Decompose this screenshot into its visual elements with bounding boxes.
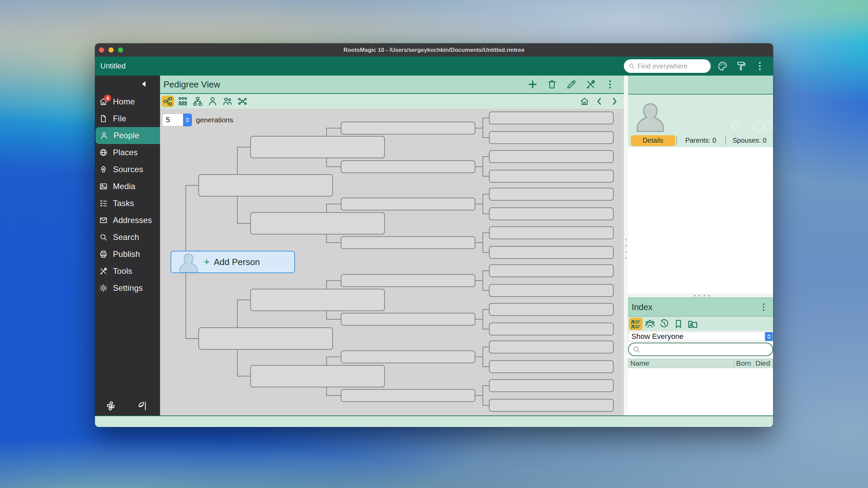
pedigree-person-box[interactable] <box>489 150 614 163</box>
pedigree-person-box[interactable] <box>489 170 614 183</box>
tools-icon[interactable] <box>585 79 596 90</box>
sidebar-items: 4HomeFilePeoplePlacesSourcesMediaTasksAd… <box>95 93 160 297</box>
pedigree-person-box[interactable] <box>489 341 614 353</box>
index-filter-value: Show Everyone <box>631 332 684 341</box>
pedigree-person-box[interactable] <box>250 289 385 311</box>
person-list-icon[interactable] <box>629 318 643 330</box>
pedigree-person-box[interactable] <box>250 212 385 235</box>
sidebar-item-tools[interactable]: Tools <box>95 263 160 280</box>
pedigree-person-box[interactable] <box>341 274 475 287</box>
add-icon[interactable] <box>527 79 538 90</box>
person-avatar <box>633 100 667 133</box>
plant-icon[interactable] <box>106 401 117 411</box>
index-filter-dropdown[interactable]: Show Everyone <box>628 332 773 341</box>
generations-stepper[interactable] <box>183 114 192 126</box>
kebab-menu-icon[interactable] <box>754 60 766 72</box>
sidebar-item-publish[interactable]: Publish <box>95 246 160 263</box>
person-view-icon[interactable] <box>206 96 219 107</box>
sidebar-item-people[interactable]: People <box>96 127 160 144</box>
collapse-sidebar-icon[interactable] <box>140 80 148 89</box>
home-icon[interactable] <box>579 96 590 107</box>
person-summary: DetailsParents: 0Spouses: 0 <box>628 95 773 147</box>
history-icon[interactable] <box>657 318 671 330</box>
exit-icon[interactable] <box>137 401 148 411</box>
pedigree-person-box[interactable] <box>198 327 333 350</box>
pedigree-person-box[interactable] <box>341 389 475 402</box>
pedigree-person-box[interactable] <box>489 399 614 412</box>
index-toolbar <box>628 317 773 331</box>
pedigree-person-box[interactable] <box>489 360 614 373</box>
pedigree-person-box[interactable] <box>489 323 614 336</box>
delete-icon[interactable] <box>547 79 557 90</box>
pedigree-person-box[interactable] <box>489 284 614 297</box>
pedigree-person-box[interactable] <box>489 111 614 124</box>
pedigree-person-box[interactable] <box>341 350 475 363</box>
sidebar-item-file[interactable]: File <box>95 110 160 127</box>
kebab-menu-icon[interactable] <box>605 79 615 90</box>
generations-value[interactable]: 5 <box>162 114 183 126</box>
sidebar-item-settings[interactable]: Settings <box>95 280 160 297</box>
sidebar-item-search[interactable]: Search <box>95 229 160 246</box>
sidebar-item-media[interactable]: Media <box>95 178 160 195</box>
sidebar-item-places[interactable]: Places <box>95 144 160 161</box>
panel-splitter[interactable] <box>624 76 628 415</box>
back-icon[interactable] <box>594 96 605 107</box>
pedigree-person-box[interactable] <box>341 313 475 326</box>
pedigree-person-box[interactable] <box>489 264 614 277</box>
global-search[interactable] <box>624 59 711 73</box>
envelope-icon <box>99 216 108 225</box>
couple-view-icon[interactable] <box>221 96 234 107</box>
pedigree-person-box[interactable] <box>250 365 385 387</box>
tab-details[interactable]: Details <box>631 135 675 146</box>
sidebar-item-addresses[interactable]: Addresses <box>95 212 160 229</box>
add-person-label: Add Person <box>214 257 260 267</box>
search-icon <box>628 62 635 70</box>
add-person-box[interactable]: +Add Person <box>171 251 295 273</box>
sidebar-item-home[interactable]: 4Home <box>95 93 160 110</box>
pedigree-person-box[interactable] <box>341 236 475 249</box>
folder-person-icon[interactable] <box>686 318 699 330</box>
sidebar-item-sources[interactable]: Sources <box>95 161 160 178</box>
pedigree-chart: 5 generations +Add Person <box>160 109 624 415</box>
pedigree-view-icon[interactable] <box>161 96 174 107</box>
pedigree-person-box[interactable] <box>198 174 333 197</box>
pedigree-person-box[interactable] <box>489 246 614 259</box>
person-tabs: DetailsParents: 0Spouses: 0 <box>628 135 773 146</box>
pedigree-person-box[interactable] <box>489 303 614 316</box>
printer-icon <box>99 250 108 259</box>
family-view-icon[interactable] <box>176 96 189 107</box>
tab-parents[interactable]: Parents: 0 <box>677 137 724 144</box>
forward-icon[interactable] <box>609 96 620 107</box>
main-area: Pedigree View <box>160 76 624 415</box>
column-born[interactable]: Born <box>734 359 753 367</box>
media-icon <box>99 182 108 191</box>
paint-roller-icon[interactable] <box>735 60 747 72</box>
index-search[interactable] <box>628 343 773 356</box>
pedigree-person-box[interactable] <box>341 198 475 210</box>
sidebar-item-tasks[interactable]: Tasks <box>95 195 160 212</box>
bookmark-icon[interactable] <box>672 318 685 330</box>
tab-spouses[interactable]: Spouses: 0 <box>726 137 773 144</box>
generations-label: generations <box>196 116 233 124</box>
horizontal-splitter[interactable] <box>628 293 773 298</box>
edit-icon[interactable] <box>566 79 577 90</box>
pedigree-person-box[interactable] <box>489 379 614 392</box>
index-title: Index <box>632 302 652 312</box>
pedigree-person-box[interactable] <box>489 226 614 239</box>
pedigree-person-box[interactable] <box>489 131 614 144</box>
pedigree-person-box[interactable] <box>250 136 385 158</box>
column-name[interactable]: Name <box>628 359 734 367</box>
dna-view-icon[interactable] <box>236 96 249 107</box>
kebab-menu-icon[interactable] <box>758 302 769 312</box>
titlebar[interactable]: RootsMagic 10 - /Users/sergeykochkin/Doc… <box>95 43 773 57</box>
palette-icon[interactable] <box>717 60 728 72</box>
home-icon: 4 <box>99 97 108 106</box>
search-input[interactable] <box>637 62 702 70</box>
pedigree-person-box[interactable] <box>341 122 475 135</box>
group-icon[interactable] <box>643 318 657 330</box>
pedigree-person-box[interactable] <box>341 160 475 173</box>
pedigree-person-box[interactable] <box>489 188 614 201</box>
descendants-view-icon[interactable] <box>191 96 204 107</box>
pedigree-person-box[interactable] <box>489 207 614 220</box>
column-died[interactable]: Died <box>753 359 773 367</box>
